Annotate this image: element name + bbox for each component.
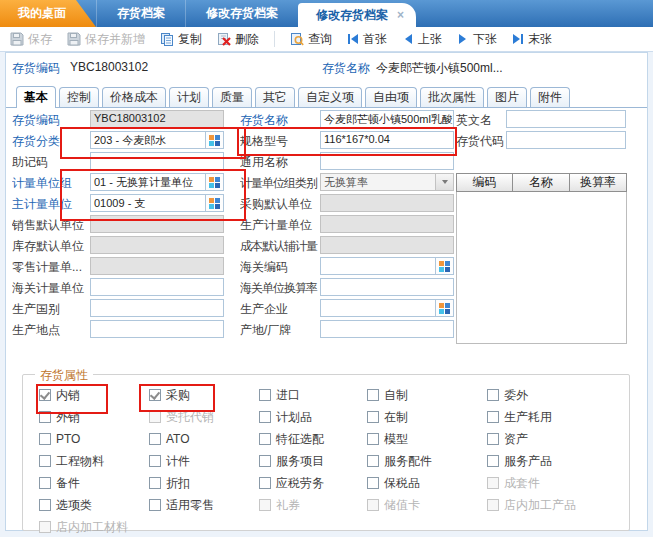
english-name-field[interactable] bbox=[506, 110, 626, 128]
first-record-button[interactable]: 首张 bbox=[347, 31, 387, 48]
copy-button[interactable]: 复制 bbox=[160, 31, 202, 48]
checkbox-label: 选项类 bbox=[56, 497, 92, 514]
checkbox-asset[interactable]: 资产 bbox=[487, 428, 576, 450]
tab-label: 修改存货档案 bbox=[316, 7, 388, 24]
row-spec-model: 规格型号116*167*0.04 bbox=[240, 131, 454, 151]
tab-free-items[interactable]: 自由项 bbox=[365, 87, 417, 107]
checkbox-export-sales[interactable]: 外销 bbox=[39, 406, 128, 428]
production-country-field[interactable] bbox=[90, 299, 224, 317]
checkbox-purchase[interactable]: 采购 bbox=[149, 384, 214, 406]
checkbox-stored-value-card: 储值卡 bbox=[367, 494, 432, 516]
checkbox-ato[interactable]: ATO bbox=[149, 428, 214, 450]
tab-basic[interactable]: 基本 bbox=[16, 86, 56, 108]
button-label: 末张 bbox=[528, 31, 552, 48]
delete-button[interactable]: 删除 bbox=[217, 31, 259, 48]
inventory-attributes-group: 存货属性 内销 外销 PTO 工程物料 备件 选项类 店内加工材料 采购 受托代… bbox=[22, 374, 630, 531]
tab-modify-inventory-archive-active[interactable]: 修改存货档案 × bbox=[298, 3, 416, 27]
tab-inventory-archive[interactable]: 存货档案 bbox=[96, 0, 185, 27]
chevron-down-icon bbox=[435, 174, 453, 190]
mnemonic-code-field[interactable] bbox=[90, 152, 224, 170]
checkbox-production-consumption[interactable]: 生产耗用 bbox=[487, 406, 576, 428]
unit-group-field[interactable]: 01 - 无换算计量单位 bbox=[90, 173, 224, 191]
tab-plan[interactable]: 计划 bbox=[169, 87, 209, 107]
checkbox-feature-config[interactable]: 特征选配 bbox=[259, 428, 324, 450]
next-record-button[interactable]: 下张 bbox=[457, 31, 497, 48]
inventory-alt-code-field[interactable] bbox=[506, 131, 626, 149]
last-record-button[interactable]: 末张 bbox=[512, 31, 552, 48]
checkbox-self-made[interactable]: 自制 bbox=[367, 384, 432, 406]
tab-modify-inventory-archive[interactable]: 修改存货档案 bbox=[185, 0, 298, 27]
tab-my-desktop[interactable]: 我的桌面 bbox=[0, 0, 96, 27]
tab-other[interactable]: 其它 bbox=[255, 87, 295, 107]
cost-aux-unit-field bbox=[320, 236, 454, 254]
tab-batch-attributes[interactable]: 批次属性 bbox=[420, 87, 484, 107]
customs-unit-field[interactable] bbox=[90, 278, 224, 296]
checkbox-import[interactable]: 进口 bbox=[259, 384, 324, 406]
checkbox-taxable-service[interactable]: 应税劳务 bbox=[259, 472, 324, 494]
reference-picker-icon[interactable] bbox=[205, 132, 223, 148]
unit-table-col-rate[interactable]: 换算率 bbox=[570, 173, 627, 192]
reference-picker-icon[interactable] bbox=[435, 300, 453, 316]
tab-custom-items[interactable]: 自定义项 bbox=[298, 87, 362, 107]
row-production-place: 生产地点 bbox=[12, 320, 224, 340]
production-enterprise-field[interactable] bbox=[320, 299, 454, 317]
checkbox-in-process[interactable]: 在制 bbox=[367, 406, 432, 428]
unit-table-col-code[interactable]: 编码 bbox=[456, 173, 513, 192]
prev-record-button[interactable]: 上张 bbox=[402, 31, 442, 48]
reference-picker-icon[interactable] bbox=[205, 174, 223, 190]
row-production-enterprise: 生产企业 bbox=[240, 299, 454, 319]
unit-group-type-label: 计量单位组类别 bbox=[240, 173, 320, 192]
checkbox-discount[interactable]: 折扣 bbox=[149, 472, 214, 494]
checkbox-instore-process-product: 店内加工产品 bbox=[487, 494, 576, 516]
checkbox-outsourced[interactable]: 委外 bbox=[487, 384, 576, 406]
checkbox-icon bbox=[367, 433, 379, 445]
mnemonic-code-label: 助记码 bbox=[12, 152, 90, 171]
checkbox-service-item[interactable]: 服务项目 bbox=[259, 450, 324, 472]
checkbox-service-product[interactable]: 服务产品 bbox=[487, 450, 576, 472]
query-button[interactable]: 查询 bbox=[290, 31, 332, 48]
main-unit-field[interactable]: 01009 - 支 bbox=[90, 194, 224, 212]
tab-price-cost[interactable]: 价格成本 bbox=[102, 87, 166, 107]
checkbox-icon bbox=[39, 411, 51, 423]
origin-brand-field[interactable] bbox=[320, 320, 454, 338]
checkbox-domestic-sales[interactable]: 内销 bbox=[39, 384, 128, 406]
checkbox-retail-applicable[interactable]: 适用零售 bbox=[149, 494, 214, 516]
checkbox-bonded-item[interactable]: 保税品 bbox=[367, 472, 432, 494]
checkbox-icon bbox=[487, 477, 499, 489]
copy-icon bbox=[160, 32, 174, 46]
customs-conversion-rate-field[interactable] bbox=[320, 278, 454, 296]
inventory-class-field[interactable]: 203 - 今麦郎水 bbox=[90, 131, 224, 149]
production-place-field[interactable] bbox=[90, 320, 224, 338]
tab-control[interactable]: 控制 bbox=[59, 87, 99, 107]
checkbox-icon bbox=[39, 433, 51, 445]
checkbox-model[interactable]: 模型 bbox=[367, 428, 432, 450]
tab-attachment[interactable]: 附件 bbox=[530, 87, 570, 107]
checkbox-icon bbox=[149, 411, 161, 423]
unit-table-col-name[interactable]: 名称 bbox=[513, 173, 570, 192]
app-window: 我的桌面 存货档案 修改存货档案 修改存货档案 × 保存 保存并新增 复制 删除… bbox=[0, 0, 653, 537]
attributes-column-1: 内销 外销 PTO 工程物料 备件 选项类 店内加工材料 bbox=[39, 384, 128, 537]
checkbox-pto[interactable]: PTO bbox=[39, 428, 128, 450]
window-tab-bar: 我的桌面 存货档案 修改存货档案 修改存货档案 × bbox=[0, 0, 653, 27]
row-origin-brand: 产地/厂牌 bbox=[240, 320, 454, 340]
stock-default-unit-label: 库存默认单位 bbox=[12, 236, 90, 255]
production-country-label: 生产国别 bbox=[12, 299, 90, 318]
inventory-name-field[interactable]: 今麦郎芒顿小镇500ml乳酸菌 bbox=[320, 110, 454, 128]
reference-picker-icon[interactable] bbox=[205, 195, 223, 211]
checkbox-spare-part[interactable]: 备件 bbox=[39, 472, 128, 494]
checkbox-engineering-material[interactable]: 工程物料 bbox=[39, 450, 128, 472]
checkbox-service-accessory[interactable]: 服务配件 bbox=[367, 450, 432, 472]
row-customs-conversion-rate: 海关单位换算率 bbox=[240, 278, 454, 298]
tab-picture[interactable]: 图片 bbox=[487, 87, 527, 107]
spec-model-field[interactable]: 116*167*0.04 bbox=[320, 131, 454, 149]
checkbox-plan-item[interactable]: 计划品 bbox=[259, 406, 324, 428]
checkbox-label: 在制 bbox=[384, 409, 408, 426]
checkbox-label: 计件 bbox=[166, 453, 190, 470]
close-icon[interactable]: × bbox=[397, 8, 404, 22]
reference-picker-icon[interactable] bbox=[435, 258, 453, 274]
tab-quality[interactable]: 质量 bbox=[212, 87, 252, 107]
checkbox-option-class[interactable]: 选项类 bbox=[39, 494, 128, 516]
generic-name-field[interactable] bbox=[320, 152, 454, 170]
checkbox-piecework[interactable]: 计件 bbox=[149, 450, 214, 472]
customs-code-field[interactable] bbox=[320, 257, 454, 275]
